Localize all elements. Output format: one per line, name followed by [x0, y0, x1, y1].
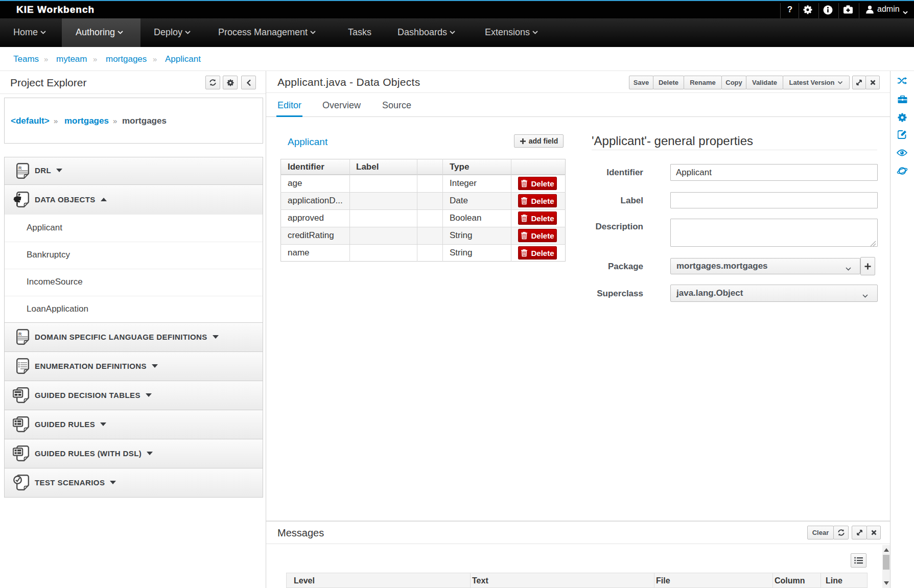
svg-text:R: R [18, 332, 22, 337]
svg-text:R: R [18, 166, 22, 171]
